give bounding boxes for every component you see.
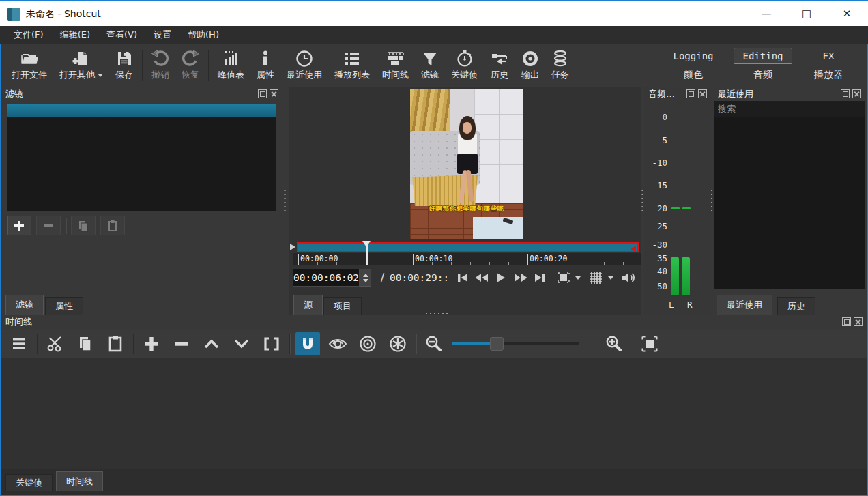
volume-button[interactable] xyxy=(619,269,638,287)
float-panel-icon[interactable] xyxy=(686,89,695,98)
save-button[interactable]: 保存 xyxy=(109,46,139,85)
layout-color-button[interactable]: 颜色 xyxy=(676,67,711,83)
chevron-down-icon[interactable] xyxy=(608,276,613,280)
play-button[interactable] xyxy=(491,269,510,287)
playhead[interactable] xyxy=(362,241,371,265)
zoom-out-button[interactable] xyxy=(422,332,446,355)
tab-filters[interactable]: 滤镜 xyxy=(5,295,44,315)
properties-button[interactable]: 属性 xyxy=(250,46,280,85)
minus-icon xyxy=(42,220,55,232)
tab-history[interactable]: 历史 xyxy=(777,297,815,315)
scrub-while-dragging-button[interactable] xyxy=(326,332,350,355)
out-point-marker[interactable] xyxy=(631,246,636,252)
scrub-bar[interactable] xyxy=(297,242,639,252)
open-other-button[interactable]: 打开其他 xyxy=(53,46,109,85)
timeline-menu-button[interactable] xyxy=(7,332,31,355)
float-panel-icon[interactable] xyxy=(258,89,267,98)
lift-button[interactable] xyxy=(199,332,224,355)
tab-properties[interactable]: 属性 xyxy=(45,297,83,315)
slider-handle[interactable] xyxy=(490,337,504,351)
paste-button[interactable] xyxy=(103,332,128,355)
export-button[interactable]: 输出 xyxy=(515,46,545,85)
ripple-delete-button[interactable] xyxy=(169,332,194,355)
recent-button[interactable]: 最近使用 xyxy=(280,46,328,85)
float-panel-icon[interactable] xyxy=(841,89,850,98)
save-icon xyxy=(115,50,133,68)
tab-keyframes[interactable]: 关键侦 xyxy=(5,474,53,491)
layout-fx-button[interactable]: FX xyxy=(815,48,843,63)
filters-button[interactable]: 滤镜 xyxy=(415,46,445,85)
snap-button[interactable] xyxy=(295,332,320,355)
remove-filter-button[interactable] xyxy=(36,216,61,235)
menu-view[interactable]: 查看(V) xyxy=(98,26,145,44)
skip-start-button[interactable] xyxy=(452,269,472,287)
tab-timeline[interactable]: 时间线 xyxy=(56,471,103,491)
in-point-marker[interactable] xyxy=(290,244,295,250)
scrub-bar-area[interactable] xyxy=(289,242,641,253)
close-button[interactable]: ✕ xyxy=(831,1,863,26)
append-button[interactable] xyxy=(139,332,164,355)
rewind-icon xyxy=(474,272,489,283)
filter-selected-row[interactable] xyxy=(7,104,276,117)
redo-button[interactable]: 恢复 xyxy=(175,46,205,85)
ripple-all-tracks-button[interactable] xyxy=(386,332,410,355)
splitter-handle[interactable] xyxy=(283,188,287,211)
tab-recent[interactable]: 最近使用 xyxy=(717,295,772,315)
copy-button[interactable] xyxy=(73,332,98,355)
undo-button[interactable]: 撤销 xyxy=(145,46,175,85)
timeline-tracks[interactable] xyxy=(1,358,867,469)
cut-button[interactable] xyxy=(43,332,68,355)
ripple-button[interactable] xyxy=(356,332,380,355)
rewind-button[interactable] xyxy=(472,269,491,287)
chevron-down-icon xyxy=(98,74,103,77)
current-time-field[interactable]: 00:00:06:02 xyxy=(293,269,360,287)
overwrite-button[interactable] xyxy=(229,332,254,355)
zoom-in-button[interactable] xyxy=(602,332,626,355)
layout-audio-button[interactable]: 音频 xyxy=(745,67,781,83)
db-scale-label: -35 xyxy=(644,253,667,263)
zoom-fit-icon xyxy=(641,336,658,352)
recent-list[interactable] xyxy=(714,117,865,289)
menu-edit[interactable]: 编辑(E) xyxy=(52,26,98,44)
keyframes-button[interactable]: 关键侦 xyxy=(445,46,484,85)
close-panel-icon[interactable] xyxy=(270,89,278,98)
menu-settings[interactable]: 设置 xyxy=(145,26,179,44)
menu-file[interactable]: 文件(F) xyxy=(5,26,52,44)
maximize-button[interactable]: □ xyxy=(791,1,822,26)
tab-project[interactable]: 项目 xyxy=(323,297,362,315)
layout-editing-button[interactable]: Editing xyxy=(734,48,792,64)
filter-list[interactable] xyxy=(7,117,276,211)
add-filter-button[interactable] xyxy=(7,216,31,235)
skip-end-button[interactable] xyxy=(530,269,549,287)
video-preview[interactable]: 好啊那你想学哪句哪些呢 xyxy=(410,89,523,239)
search-input[interactable] xyxy=(714,101,865,117)
timeline-zoom-slider[interactable] xyxy=(452,332,579,355)
layout-logging-button[interactable]: Logging xyxy=(665,48,721,63)
grid-button[interactable] xyxy=(586,269,605,287)
split-button[interactable] xyxy=(259,332,284,355)
fast-forward-button[interactable] xyxy=(511,269,530,287)
copy-filters-button[interactable] xyxy=(71,216,96,235)
spin-down-icon[interactable] xyxy=(363,279,368,282)
time-spinner[interactable] xyxy=(360,269,371,287)
timeline-button[interactable]: 时间线 xyxy=(376,46,415,85)
close-panel-icon[interactable] xyxy=(854,317,863,326)
layout-player-button[interactable]: 播放器 xyxy=(806,67,851,83)
history-button[interactable]: 历史 xyxy=(484,46,515,85)
playlist-button[interactable]: 播放列表 xyxy=(328,46,376,85)
open-file-button[interactable]: 打开文件 xyxy=(5,46,53,85)
chevron-down-icon[interactable] xyxy=(575,276,581,280)
jobs-button[interactable]: 任务 xyxy=(545,46,575,85)
tab-source[interactable]: 源 xyxy=(293,295,323,315)
float-panel-icon[interactable] xyxy=(842,317,851,326)
minimize-button[interactable]: — xyxy=(751,1,782,26)
spin-up-icon[interactable] xyxy=(363,274,368,277)
peak-meter-button[interactable]: 峰值表 xyxy=(212,46,250,85)
paste-filters-button[interactable] xyxy=(100,216,125,235)
close-panel-icon[interactable] xyxy=(852,89,861,98)
loop-mode-button[interactable] xyxy=(554,269,573,287)
time-ruler[interactable]: 00:00:00 00:00:10 00:00:20 xyxy=(293,253,641,265)
menu-help[interactable]: 帮助(H) xyxy=(179,26,227,44)
close-panel-icon[interactable] xyxy=(698,89,707,98)
zoom-fit-button[interactable] xyxy=(637,332,662,355)
